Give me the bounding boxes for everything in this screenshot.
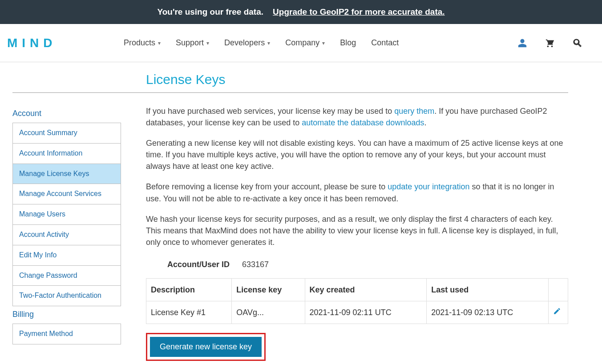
- top-nav: MIND Products▾ Support▾ Developers▾ Comp…: [0, 24, 602, 62]
- nav-contact-label: Contact: [371, 38, 399, 48]
- nav-blog[interactable]: Blog: [340, 38, 356, 48]
- th-last-used: Last used: [427, 279, 549, 301]
- intro-p1-text-c: .: [424, 118, 426, 127]
- cell-license-key: OAVg...: [232, 301, 305, 324]
- cell-description: License Key #1: [146, 301, 232, 324]
- nav-developers-label: Developers: [224, 38, 265, 48]
- cart-icon[interactable]: [545, 38, 555, 48]
- sidebar-heading-account: Account: [12, 109, 121, 118]
- link-update-integration[interactable]: update your integration: [388, 182, 469, 191]
- sidebar-billing-list: Payment Method: [12, 324, 121, 344]
- account-id-label: Account/User ID: [167, 259, 230, 270]
- page-body: License Keys Account Account Summary Acc…: [0, 62, 602, 364]
- chevron-down-icon: ▾: [267, 40, 270, 46]
- intro-p2: Generating a new license key will not di…: [146, 137, 568, 172]
- table-row: License Key #1 OAVg... 2021-11-09 02:11 …: [146, 301, 568, 324]
- title-divider: [12, 92, 568, 93]
- link-automate-downloads[interactable]: automate the database downloads: [302, 118, 424, 127]
- upgrade-banner: You're using our free data. Upgrade to G…: [0, 0, 602, 24]
- nav-icons: [517, 38, 595, 48]
- cell-last-used: 2021-11-09 02:13 UTC: [427, 301, 549, 324]
- nav-products-label: Products: [124, 38, 155, 48]
- sidebar: Account Account Summary Account Informat…: [12, 105, 121, 361]
- intro-p1-text-a: If you have purchased web services, your…: [146, 107, 394, 116]
- license-keys-table: Description License key Key created Last…: [146, 278, 568, 324]
- link-query-them[interactable]: query them: [394, 107, 434, 116]
- generate-license-key-button[interactable]: Generate new license key: [150, 337, 262, 357]
- th-license-key: License key: [232, 279, 305, 301]
- nav-company-label: Company: [285, 38, 319, 48]
- page-header: License Keys: [12, 62, 568, 93]
- nav-developers[interactable]: Developers▾: [224, 38, 270, 48]
- sidebar-item-account-activity[interactable]: Account Activity: [13, 225, 121, 245]
- nav-contact[interactable]: Contact: [371, 38, 399, 48]
- banner-upgrade-link[interactable]: Upgrade to GeoIP2 for more accurate data…: [273, 7, 444, 16]
- sidebar-item-account-information[interactable]: Account Information: [13, 144, 121, 164]
- logo[interactable]: MIND: [7, 36, 114, 50]
- nav-links: Products▾ Support▾ Developers▾ Company▾ …: [124, 38, 399, 48]
- sidebar-item-manage-users[interactable]: Manage Users: [13, 204, 121, 225]
- content: If you have purchased web services, your…: [146, 105, 568, 361]
- chevron-down-icon: ▾: [322, 40, 325, 46]
- th-actions: [549, 279, 568, 301]
- nav-company[interactable]: Company▾: [285, 38, 325, 48]
- search-icon[interactable]: [573, 38, 582, 48]
- pencil-icon: [553, 307, 561, 315]
- user-icon[interactable]: [517, 38, 527, 48]
- intro-p4: We hash your license keys for security p…: [146, 213, 568, 248]
- account-id-value: 633167: [242, 259, 269, 270]
- chevron-down-icon: ▾: [206, 40, 209, 46]
- sidebar-item-two-factor-auth[interactable]: Two-Factor Authentication: [13, 286, 121, 306]
- sidebar-item-edit-my-info[interactable]: Edit My Info: [13, 245, 121, 266]
- cell-edit[interactable]: [549, 301, 568, 324]
- sidebar-item-manage-license-keys[interactable]: Manage License Keys: [13, 164, 121, 184]
- layout: Account Account Summary Account Informat…: [12, 105, 568, 361]
- account-id-row: Account/User ID 633167: [167, 259, 568, 270]
- nav-support-label: Support: [176, 38, 204, 48]
- chevron-down-icon: ▾: [158, 40, 161, 46]
- th-description: Description: [146, 279, 232, 301]
- sidebar-item-change-password[interactable]: Change Password: [13, 266, 121, 286]
- sidebar-item-account-summary[interactable]: Account Summary: [13, 123, 121, 144]
- cell-key-created: 2021-11-09 02:11 UTC: [305, 301, 427, 324]
- nav-blog-label: Blog: [340, 38, 356, 48]
- nav-products[interactable]: Products▾: [124, 38, 161, 48]
- intro-p1: If you have purchased web services, your…: [146, 105, 568, 128]
- sidebar-heading-billing: Billing: [12, 310, 121, 319]
- generate-highlight: Generate new license key: [146, 333, 266, 361]
- th-key-created: Key created: [305, 279, 427, 301]
- page-title: License Keys: [146, 72, 568, 87]
- sidebar-account-list: Account Summary Account Information Mana…: [12, 123, 121, 306]
- intro-p3: Before removing a license key from your …: [146, 181, 568, 204]
- intro-p3-text-a: Before removing a license key from your …: [146, 182, 388, 191]
- sidebar-item-manage-account-services[interactable]: Manage Account Services: [13, 184, 121, 204]
- sidebar-item-payment-method[interactable]: Payment Method: [13, 324, 121, 344]
- banner-prefix: You're using our free data.: [157, 7, 263, 16]
- table-header-row: Description License key Key created Last…: [146, 279, 568, 301]
- nav-support[interactable]: Support▾: [176, 38, 209, 48]
